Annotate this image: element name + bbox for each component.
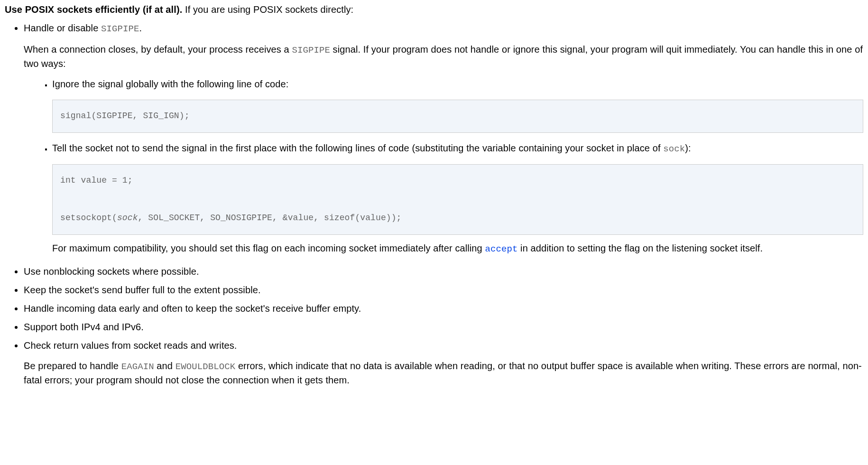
document-page: Use POSIX sockets efficiently (if at all… — [0, 0, 868, 401]
item-desc: Be prepared to handle EAGAIN and EWOULDB… — [24, 359, 863, 388]
list-item: Tell the socket not to send the signal i… — [52, 141, 863, 256]
sub-text: Ignore the signal globally with the foll… — [52, 77, 863, 91]
top-list: Handle or disable SIGPIPE. When a connec… — [5, 21, 863, 387]
list-item: Keep the socket's send buffer full to th… — [24, 283, 863, 297]
text: For maximum compatibility, you should se… — [52, 243, 485, 253]
list-item: Ignore the signal globally with the foll… — [52, 77, 863, 133]
code-text: , SOL_SOCKET, SO_NOSIGPIPE, &value, size… — [138, 213, 402, 223]
text: Keep the socket's send buffer full to th… — [24, 285, 261, 295]
sub-text: Tell the socket not to send the signal i… — [52, 141, 863, 156]
text: When a connection closes, by default, yo… — [24, 44, 292, 55]
inline-code: EWOULDBLOCK — [175, 362, 236, 372]
text: Handle or disable — [24, 23, 101, 33]
inline-code: SIGPIPE — [292, 45, 330, 56]
text: in addition to setting the flag on the l… — [517, 243, 763, 253]
text: Be prepared to handle — [24, 361, 121, 371]
text: Support both IPv4 and IPv6. — [24, 322, 144, 332]
text: ): — [685, 143, 691, 153]
inline-code: sock — [663, 144, 685, 154]
intro-paragraph: Use POSIX sockets efficiently (if at all… — [5, 3, 863, 17]
inline-code: EAGAIN — [121, 362, 154, 372]
list-item: Support both IPv4 and IPv6. — [24, 320, 863, 334]
text: Check return values from socket reads an… — [24, 339, 863, 353]
sub-list: Ignore the signal globally with the foll… — [24, 77, 863, 256]
list-item: Check return values from socket reads an… — [24, 339, 863, 388]
list-item: Handle incoming data early and often to … — [24, 302, 863, 316]
code-block: signal(SIGPIPE, SIG_IGN); — [52, 100, 863, 133]
text: Tell the socket not to send the signal i… — [52, 143, 663, 153]
inline-code: SIGPIPE — [101, 24, 139, 34]
text: . — [139, 23, 142, 33]
item-lead: Handle or disable SIGPIPE. — [24, 21, 863, 36]
text: and — [154, 361, 175, 371]
follow-paragraph: For maximum compatibility, you should se… — [52, 242, 863, 256]
list-item: Handle or disable SIGPIPE. When a connec… — [24, 21, 863, 256]
intro-bold: Use POSIX sockets efficiently (if at all… — [5, 4, 182, 15]
list-item: Use nonblocking sockets where possible. — [24, 265, 863, 279]
text: Use nonblocking sockets where possible. — [24, 266, 199, 277]
accept-link[interactable]: accept — [485, 244, 517, 254]
code-italic: sock — [117, 213, 138, 223]
item-desc: When a connection closes, by default, yo… — [24, 43, 863, 71]
intro-rest: If you are using POSIX sockets directly: — [182, 4, 353, 15]
text: Handle incoming data early and often to … — [24, 303, 361, 314]
code-block: int value = 1; setsockopt(sock, SOL_SOCK… — [52, 164, 863, 235]
